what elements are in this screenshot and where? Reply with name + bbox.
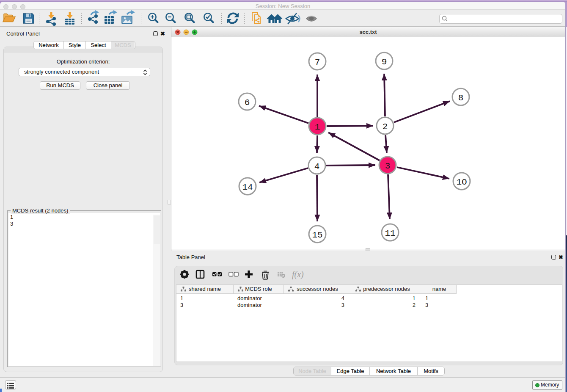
svg-text:6: 6 [245, 98, 250, 108]
svg-text:4: 4 [314, 162, 320, 171]
svg-text:1O: 1O [456, 177, 467, 187]
svg-text:7: 7 [315, 58, 320, 67]
svg-text:14: 14 [242, 182, 253, 192]
svg-text:f(x): f(x) [292, 270, 304, 279]
svg-text:1: 1 [315, 122, 320, 132]
svg-text:11: 11 [385, 229, 395, 238]
svg-text:15: 15 [312, 230, 322, 240]
svg-text:9: 9 [382, 57, 387, 67]
svg-text:8: 8 [458, 93, 464, 103]
svg-text:3: 3 [385, 161, 391, 171]
svg-text:2: 2 [383, 122, 388, 132]
